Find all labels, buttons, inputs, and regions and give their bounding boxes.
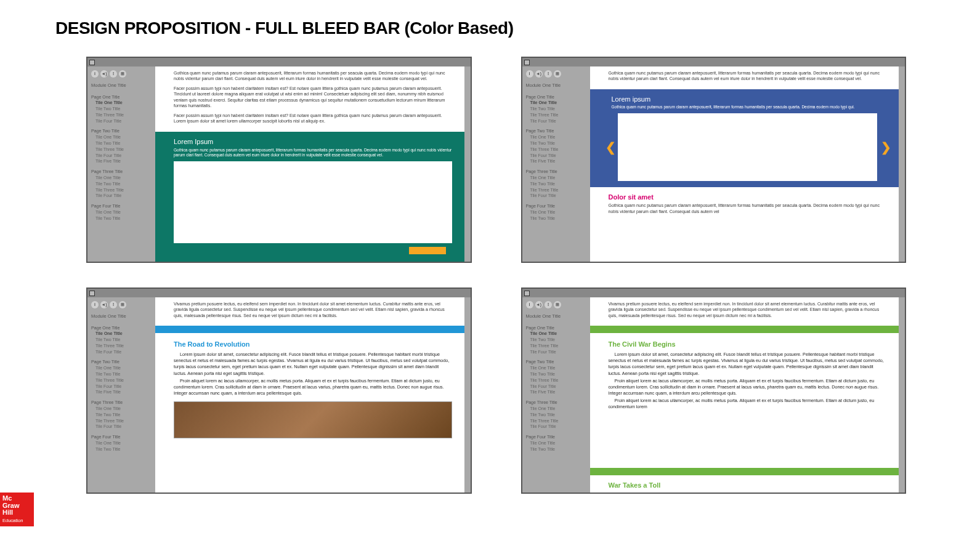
nav-item[interactable]: Tile Two Title (526, 181, 586, 187)
toolbar-button-3[interactable]: ⊞ (554, 301, 561, 308)
nav-item[interactable]: Tile One Title (526, 440, 586, 446)
nav-item[interactable]: Tile Three Title (526, 343, 586, 349)
nav-item[interactable]: Tile Five Title (91, 389, 152, 395)
nav-item[interactable]: Tile Four Title (91, 424, 152, 430)
nav-item[interactable]: Tile One Title (526, 134, 586, 140)
nav-item[interactable]: Tile Two Title (526, 371, 586, 377)
nav-item[interactable]: Tile One Title (91, 440, 152, 446)
scrollbar[interactable] (899, 66, 905, 262)
toolbar-button-0[interactable]: i (91, 70, 99, 78)
nav-item[interactable]: Tile Three Title (526, 112, 586, 118)
nav-item[interactable]: Tile Three Title (526, 377, 586, 384)
nav-item[interactable]: Tile One Title (91, 100, 152, 106)
nav-item[interactable]: Tile One Title (91, 406, 152, 412)
nav-item[interactable]: Tile Three Title (526, 418, 586, 424)
toolbar-button-1[interactable]: ◄) (535, 301, 543, 308)
nav-page-title[interactable]: Page One Title (526, 94, 586, 100)
nav-item[interactable]: Tile One Title (526, 100, 586, 106)
nav-page-title[interactable]: Page One Title (526, 325, 586, 331)
nav-item[interactable]: Tile Two Title (91, 140, 152, 147)
nav-item[interactable]: Tile One Title (526, 175, 586, 181)
toolbar-button-1[interactable]: ◄) (535, 70, 543, 78)
nav-item[interactable]: Tile Two Title (526, 412, 586, 418)
nav-page-title[interactable]: Page Two Title (91, 359, 152, 365)
nav-item[interactable]: Tile Four Title (526, 118, 586, 124)
toolbar-button-1[interactable]: ◄) (100, 301, 108, 308)
scrollbar[interactable] (464, 66, 471, 262)
toolbar-button-3[interactable]: ⊞ (119, 70, 126, 78)
nav-item[interactable]: Tile Two Title (526, 106, 586, 112)
nav-item[interactable]: Tile Four Title (91, 349, 152, 355)
nav-item[interactable]: Tile Two Title (91, 181, 152, 187)
chevron-left-icon[interactable]: ❮ (605, 140, 614, 155)
nav-item[interactable]: Tile One Title (91, 175, 152, 181)
nav-page-title[interactable]: Page Four Title (91, 434, 152, 440)
nav-page-title[interactable]: Page Four Title (526, 434, 586, 440)
nav-item[interactable]: Tile Two Title (526, 215, 586, 222)
nav-item[interactable]: Tile One Title (526, 209, 586, 215)
nav-item[interactable]: Tile Two Title (91, 412, 152, 418)
toolbar-button-2[interactable]: ⁞ (110, 301, 117, 308)
nav-page-title[interactable]: Page Three Title (91, 400, 152, 406)
nav-item[interactable]: Tile Five Title (526, 389, 586, 395)
nav-item[interactable]: Tile One Title (526, 406, 586, 412)
toolbar-button-1[interactable]: ◄) (100, 70, 108, 78)
nav-item[interactable]: Tile Three Title (91, 112, 152, 118)
nav-page-title[interactable]: Page Three Title (526, 169, 586, 175)
nav-item[interactable]: Tile Two Title (91, 106, 152, 112)
nav-item[interactable]: Tile Two Title (91, 337, 152, 343)
nav-item[interactable]: Tile One Title (526, 365, 586, 371)
toolbar-button-0[interactable]: i (526, 301, 533, 308)
scrollbar[interactable] (899, 297, 905, 493)
nav-page-title[interactable]: Page One Title (91, 94, 152, 100)
nav-group: Page One TitleTile One TitleTile Two Tit… (526, 325, 586, 355)
nav-item[interactable]: Tile Three Title (91, 187, 152, 193)
nav-item[interactable]: Tile Three Title (91, 147, 152, 153)
toolbar-button-3[interactable]: ⊞ (119, 301, 126, 308)
nav-item[interactable]: Tile One Title (91, 331, 152, 337)
nav-item[interactable]: Tile One Title (91, 134, 152, 140)
nav-item[interactable]: Tile Four Title (526, 349, 586, 355)
toolbar-button-0[interactable]: i (91, 301, 99, 308)
nav-item[interactable]: Tile One Title (91, 209, 152, 215)
nav-item[interactable]: Tile Three Title (91, 377, 152, 384)
nav-item[interactable]: Tile Four Title (526, 153, 586, 159)
nav-item[interactable]: Tile Three Title (91, 418, 152, 424)
toolbar-button-3[interactable]: ⊞ (554, 70, 561, 78)
chevron-right-icon[interactable]: ❯ (881, 140, 889, 155)
nav-item[interactable]: Tile Two Title (526, 446, 586, 452)
nav-page-title[interactable]: Page One Title (91, 325, 152, 331)
nav-item[interactable]: Tile Four Title (526, 424, 586, 430)
cta-button[interactable] (409, 247, 446, 254)
nav-item[interactable]: Tile One Title (526, 331, 586, 337)
toolbar-button-2[interactable]: ⁞ (545, 301, 552, 308)
toolbar-button-0[interactable]: i (526, 70, 533, 78)
scrollbar[interactable] (464, 297, 471, 493)
nav-item[interactable]: Tile Three Title (526, 147, 586, 153)
nav-page-title[interactable]: Page Three Title (526, 400, 586, 406)
nav-item[interactable]: Tile Five Title (526, 158, 586, 164)
nav-item[interactable]: Tile Four Title (91, 384, 152, 390)
toolbar-button-2[interactable]: ⁞ (110, 70, 117, 78)
nav-page-title[interactable]: Page Four Title (526, 203, 586, 209)
nav-item[interactable]: Tile Four Title (526, 384, 586, 390)
nav-item[interactable]: Tile Two Title (91, 215, 152, 222)
nav-page-title[interactable]: Page Two Title (526, 359, 586, 365)
nav-item[interactable]: Tile Two Title (526, 140, 586, 147)
nav-item[interactable]: Tile Four Title (91, 193, 152, 199)
nav-item[interactable]: Tile Three Title (526, 187, 586, 193)
nav-item[interactable]: Tile One Title (91, 365, 152, 371)
nav-page-title[interactable]: Page Four Title (91, 203, 152, 209)
nav-item[interactable]: Tile Two Title (91, 371, 152, 377)
toolbar-button-2[interactable]: ⁞ (545, 70, 552, 78)
nav-item[interactable]: Tile Two Title (91, 446, 152, 452)
nav-item[interactable]: Tile Five Title (91, 158, 152, 164)
nav-item[interactable]: Tile Three Title (91, 343, 152, 349)
nav-item[interactable]: Tile Four Title (91, 153, 152, 159)
nav-page-title[interactable]: Page Two Title (91, 128, 152, 134)
nav-item[interactable]: Tile Two Title (526, 337, 586, 343)
nav-item[interactable]: Tile Four Title (91, 118, 152, 124)
nav-page-title[interactable]: Page Three Title (91, 169, 152, 175)
nav-page-title[interactable]: Page Two Title (526, 128, 586, 134)
nav-item[interactable]: Tile Four Title (526, 193, 586, 199)
